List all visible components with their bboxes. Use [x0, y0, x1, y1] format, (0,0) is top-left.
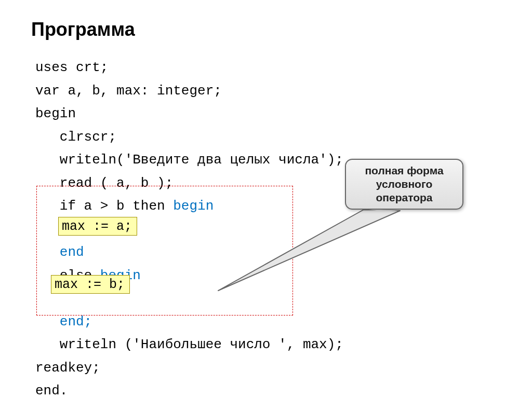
callout-line: условного [376, 177, 432, 191]
code-keyword-end: end; [35, 314, 92, 330]
code-line: read ( a, b ); [35, 175, 173, 191]
code-line: var a, b, max: integer; [35, 83, 222, 99]
code-line: clrscr; [35, 129, 116, 145]
code-line: if a > b then [35, 198, 173, 214]
highlight-assignment-a: max := a; [58, 217, 137, 236]
code-line: readkey; [35, 360, 100, 376]
code-line: end. [35, 383, 68, 398]
code-line: writeln('Введите два целых числа'); [35, 152, 343, 168]
code-keyword-end: end [35, 244, 84, 260]
code-line: begin [35, 106, 76, 121]
slide: Программа uses crt; var a, b, max: integ… [0, 0, 532, 398]
code-line: writeln ('Наибольшее число ', max); [35, 337, 343, 352]
callout-box: полная форма условного оператора [345, 159, 463, 210]
slide-title: Программа [31, 19, 135, 40]
code-keyword-begin: begin [173, 198, 214, 214]
callout-line: полная форма [365, 164, 443, 177]
highlight-assignment-b: max := b; [51, 275, 130, 294]
callout-line: оператора [376, 191, 432, 204]
code-line: uses crt; [35, 60, 108, 75]
